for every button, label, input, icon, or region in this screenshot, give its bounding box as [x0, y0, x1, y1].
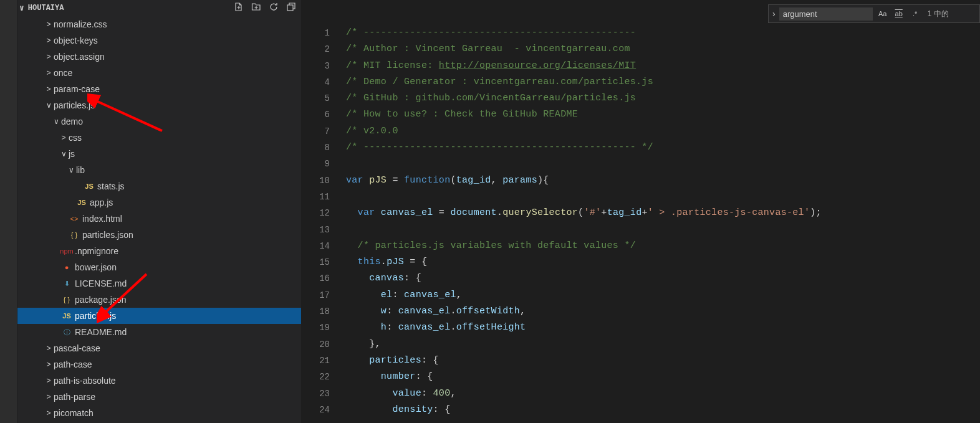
tree-item[interactable]: >normalize.css — [17, 16, 301, 32]
tree-item-label: js — [69, 149, 75, 159]
chevron-icon: > — [44, 360, 54, 369]
chevron-icon: > — [44, 85, 54, 93]
tree-item[interactable]: >path-case — [17, 356, 301, 373]
chevron-icon: ∨ — [51, 117, 61, 126]
tree-item[interactable]: <>index.html — [17, 211, 301, 227]
match-case-icon[interactable]: Aa — [877, 7, 889, 20]
tree-item-label: stats.js — [97, 181, 125, 191]
tree-item-label: index.html — [82, 214, 122, 224]
chevron-icon: > — [44, 52, 54, 61]
file-icon: ⓘ — [61, 328, 72, 337]
tree-item-label: demo — [61, 116, 83, 126]
tree-item[interactable]: ∨demo — [17, 113, 301, 130]
tree-item[interactable]: ∨js — [17, 146, 301, 162]
chevron-icon: ∨ — [66, 166, 76, 174]
tree-item[interactable]: JSparticles.js — [17, 308, 301, 324]
chevron-down-icon: ∨ — [19, 3, 24, 13]
tree-item[interactable]: { }package.json — [17, 292, 301, 308]
tree-item-label: param-case — [54, 84, 100, 94]
new-file-icon[interactable] — [234, 2, 244, 14]
chevron-icon: > — [44, 69, 54, 77]
tree-item-label: package.json — [75, 295, 127, 305]
tree-item-label: path-case — [54, 359, 92, 369]
tree-item-label: once — [54, 68, 72, 78]
tree-item-label: particles.js — [54, 100, 95, 110]
line-number-gutter: 123456789101112131415161718192021222324 — [301, 0, 346, 423]
tree-item-label: app.js — [90, 197, 113, 207]
expand-find-icon[interactable]: › — [772, 9, 776, 19]
tree-item-label: bower.json — [75, 262, 117, 272]
file-icon: { } — [69, 231, 80, 239]
file-icon: JS — [84, 183, 95, 190]
tree-item-label: object.assign — [54, 52, 105, 62]
chevron-icon: > — [44, 36, 54, 45]
regex-icon[interactable]: .* — [909, 7, 921, 20]
file-tree[interactable]: >normalize.css>object-keys>object.assign… — [17, 16, 301, 423]
chevron-icon: > — [44, 376, 54, 385]
collapse-all-icon[interactable] — [286, 2, 296, 14]
tree-item-label: path-parse — [54, 392, 95, 402]
tree-item[interactable]: >pascal-case — [17, 340, 301, 356]
file-icon: ● — [61, 264, 72, 271]
file-explorer-sidebar: ∨ HOUTAIYA >normalize.css>object-keys>ob… — [17, 0, 301, 423]
chevron-icon: > — [44, 344, 54, 353]
tree-item[interactable]: ∨lib — [17, 162, 301, 178]
chevron-icon: ∨ — [44, 101, 54, 110]
tree-item-label: path-is-absolute — [54, 376, 116, 386]
file-icon: JS — [61, 312, 72, 320]
tree-item[interactable]: ⓘREADME.md — [17, 324, 301, 340]
workspace-title: HOUTAIYA — [28, 4, 64, 12]
tree-item-label: lib — [76, 165, 85, 175]
vertical-scrollbar[interactable] — [971, 0, 980, 423]
file-icon: JS — [76, 199, 87, 206]
tree-item-label: LICENSE.md — [75, 278, 127, 288]
tree-item[interactable]: ∨particles.js — [17, 97, 301, 113]
find-input[interactable] — [779, 7, 873, 21]
file-icon: ⬇ — [61, 280, 72, 288]
tree-item[interactable]: npm.npmignore — [17, 243, 301, 259]
tree-item[interactable]: ●bower.json — [17, 259, 301, 275]
tree-item-label: pascal-case — [54, 343, 100, 353]
tree-item[interactable]: >object-keys — [17, 32, 301, 49]
new-folder-icon[interactable] — [251, 2, 261, 14]
tree-item-label: README.md — [75, 327, 127, 337]
tree-item[interactable]: >css — [17, 130, 301, 146]
tree-item-label: normalize.css — [54, 19, 107, 29]
tree-item[interactable]: >picomatch — [17, 405, 301, 421]
tree-item[interactable]: ⬇LICENSE.md — [17, 275, 301, 292]
tree-item-label: picomatch — [54, 408, 94, 418]
find-result-count: 1 中的 — [928, 9, 949, 19]
file-icon: npm — [61, 247, 72, 255]
tree-item[interactable]: JSapp.js — [17, 194, 301, 211]
tree-item-label: particles.json — [82, 230, 133, 240]
tree-item[interactable]: { }particles.json — [17, 227, 301, 243]
whole-word-icon[interactable]: ab — [893, 7, 905, 20]
tree-item-label: css — [69, 133, 82, 143]
tree-item[interactable]: >once — [17, 65, 301, 81]
tree-item[interactable]: >path-is-absolute — [17, 373, 301, 389]
code-content[interactable]: /* -------------------------------------… — [346, 0, 980, 423]
tree-item[interactable]: JSstats.js — [17, 178, 301, 194]
chevron-icon: > — [44, 392, 54, 401]
file-icon: { } — [61, 296, 72, 303]
chevron-icon: > — [44, 409, 54, 417]
code-editor[interactable]: 123456789101112131415161718192021222324 … — [301, 0, 980, 423]
tree-item-label: particles.js — [75, 311, 116, 321]
tree-item[interactable]: >object.assign — [17, 49, 301, 65]
chevron-icon: > — [59, 133, 69, 142]
file-icon: <> — [69, 215, 80, 222]
activity-bar[interactable] — [0, 0, 17, 423]
tree-item-label: object-keys — [54, 36, 98, 45]
tree-item-label: .npmignore — [75, 246, 118, 256]
svg-rect-0 — [287, 5, 293, 11]
chevron-icon: ∨ — [59, 150, 69, 158]
find-bar[interactable]: › Aa ab .* 1 中的 — [768, 4, 980, 23]
chevron-icon: > — [44, 20, 54, 29]
sidebar-header[interactable]: ∨ HOUTAIYA — [17, 0, 301, 16]
tree-item[interactable]: >path-parse — [17, 389, 301, 405]
refresh-icon[interactable] — [269, 2, 279, 14]
tree-item[interactable]: >param-case — [17, 81, 301, 97]
